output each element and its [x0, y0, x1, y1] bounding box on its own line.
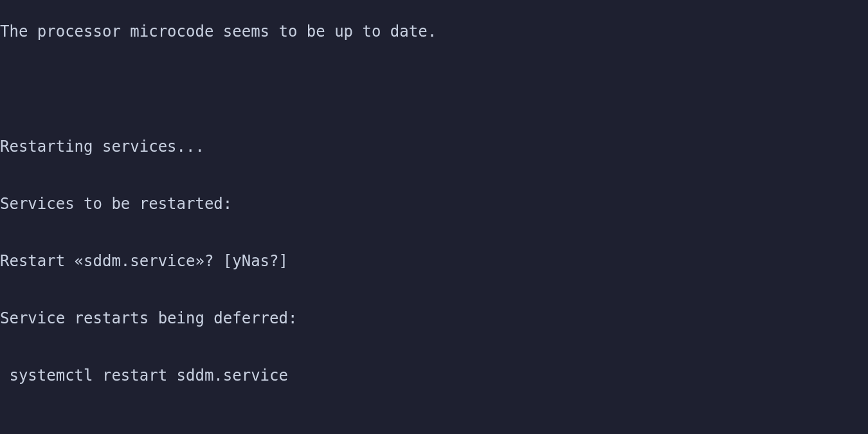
output-line: Services to be restarted:	[0, 195, 868, 214]
terminal-output[interactable]: The processor microcode seems to be up t…	[0, 0, 868, 434]
output-line: Service restarts being deferred:	[0, 309, 868, 329]
output-line: Restart «sddm.service»? [yNas?]	[0, 252, 868, 271]
output-line: The processor microcode seems to be up t…	[0, 23, 868, 42]
blank-line	[0, 80, 868, 100]
output-line: systemctl restart sddm.service	[0, 366, 868, 386]
output-line: Restarting services...	[0, 138, 868, 157]
blank-line	[0, 424, 868, 434]
